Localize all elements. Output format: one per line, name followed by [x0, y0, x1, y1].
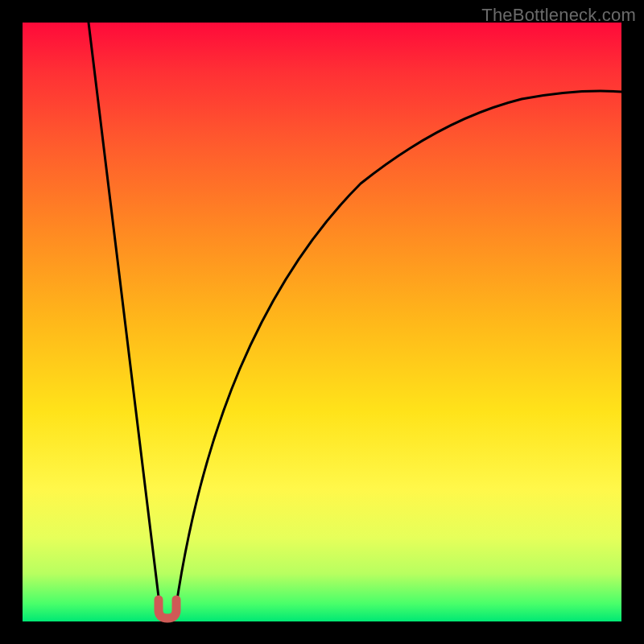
curve-left-branch — [89, 23, 160, 610]
plot-area — [23, 23, 621, 621]
chart-frame: TheBottleneck.com — [0, 0, 644, 644]
curve-svg — [23, 23, 621, 621]
watermark-text: TheBottleneck.com — [481, 5, 636, 26]
curve-right-branch — [175, 91, 621, 610]
minimum-marker — [159, 600, 176, 618]
